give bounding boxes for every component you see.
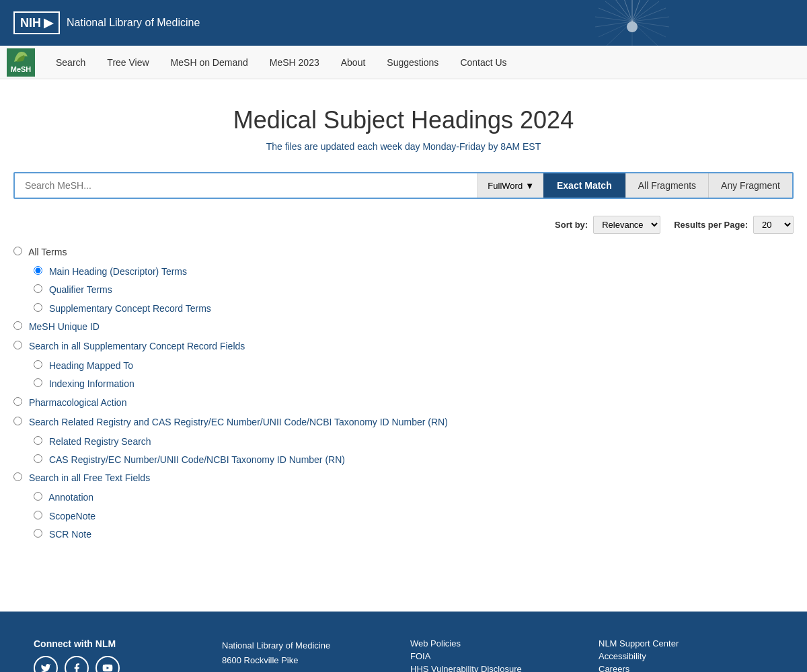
sort-label: Sort by: xyxy=(555,220,588,230)
radio-indexing-information[interactable]: Indexing Information xyxy=(34,376,794,392)
sort-select[interactable]: Relevance Name Year xyxy=(593,216,660,234)
radio-search-registry-input[interactable] xyxy=(13,417,22,425)
radio-scr-note[interactable]: SCR Note xyxy=(34,526,794,543)
nih-logo: NIH ▶ National Library of Medicine xyxy=(13,11,200,34)
radio-mesh-unique-id-input[interactable] xyxy=(13,321,22,330)
radio-cas-registry-label[interactable]: CAS Registry/EC Number/UNII Code/NCBI Ta… xyxy=(49,454,345,465)
radio-search-supplementary-fields[interactable]: Search in all Supplementary Concept Reco… xyxy=(13,338,794,355)
svg-line-17 xyxy=(632,22,659,46)
radio-scr-note-input[interactable] xyxy=(34,529,42,538)
connect-heading: Connect with NLM xyxy=(34,638,208,649)
radio-related-registry-label[interactable]: Related Registry Search xyxy=(49,436,151,447)
radio-main-heading-input[interactable] xyxy=(34,266,42,275)
radio-related-registry-input[interactable] xyxy=(34,436,42,445)
fullword-button[interactable]: FullWord ▼ xyxy=(477,173,543,198)
footer: Connect with NLM National Library of Med… xyxy=(0,612,807,672)
radio-search-registry[interactable]: Search Related Registry and CAS Registry… xyxy=(13,414,794,431)
facebook-icon[interactable] xyxy=(65,656,89,672)
radio-heading-mapped-input[interactable] xyxy=(34,360,42,369)
nav-link-mesh-2023[interactable]: MeSH 2023 xyxy=(259,48,330,77)
nav-link-suggestions[interactable]: Suggestions xyxy=(376,48,449,77)
careers-link[interactable]: Careers xyxy=(599,664,773,672)
radio-supplementary-fields-input[interactable] xyxy=(13,341,22,349)
registry-sub-group: Related Registry Search CAS Registry/EC … xyxy=(34,433,794,468)
nlm-support-link[interactable]: NLM Support Center xyxy=(599,638,773,648)
exact-match-button[interactable]: Exact Match xyxy=(543,173,625,198)
radio-scope-note-input[interactable] xyxy=(34,511,42,519)
radio-annotation[interactable]: Annotation xyxy=(34,489,794,506)
dropdown-arrow-icon: ▼ xyxy=(525,181,534,191)
nav-link-tree-view[interactable]: Tree View xyxy=(96,48,159,77)
nav-item-search[interactable]: Search xyxy=(45,48,96,77)
footer-col-connect: Connect with NLM xyxy=(34,638,208,672)
radio-mesh-unique-id-label[interactable]: MeSH Unique ID xyxy=(29,321,100,332)
radio-free-text-input[interactable] xyxy=(13,472,22,481)
radio-related-registry[interactable]: Related Registry Search xyxy=(34,433,794,450)
radio-heading-mapped[interactable]: Heading Mapped To xyxy=(34,358,794,374)
search-row: FullWord ▼ Exact Match All Fragments Any… xyxy=(13,172,794,199)
radio-cas-registry[interactable]: CAS Registry/EC Number/UNII Code/NCBI Ta… xyxy=(34,452,794,468)
radio-qualifier[interactable]: Qualifier Terms xyxy=(34,282,794,298)
address-line2: 8600 Rockville Pike xyxy=(222,653,397,668)
radio-supplementary-label[interactable]: Supplementary Concept Record Terms xyxy=(49,303,211,314)
radio-supplementary-input[interactable] xyxy=(34,303,42,312)
nav-link-contact[interactable]: Contact Us xyxy=(449,48,517,77)
nav-item-mesh-2023[interactable]: MeSH 2023 xyxy=(259,48,330,77)
radio-scope-note[interactable]: ScopeNote xyxy=(34,508,794,525)
search-input[interactable] xyxy=(15,173,477,198)
radio-cas-registry-input[interactable] xyxy=(34,454,42,463)
any-fragment-button[interactable]: Any Fragment xyxy=(708,173,792,198)
radio-qualifier-input[interactable] xyxy=(34,284,42,293)
radio-search-registry-label[interactable]: Search Related Registry and CAS Registry… xyxy=(29,417,448,427)
twitter-icon[interactable] xyxy=(34,656,58,672)
page-title: Medical Subject Headings 2024 xyxy=(13,106,794,134)
radio-mesh-unique-id[interactable]: MeSH Unique ID xyxy=(13,319,794,335)
radio-supplementary[interactable]: Supplementary Concept Record Terms xyxy=(34,300,794,317)
radio-free-text-label[interactable]: Search in all Free Text Fields xyxy=(29,472,150,483)
social-icons xyxy=(34,656,208,672)
sort-group: Sort by: Relevance Name Year xyxy=(555,216,660,234)
radio-annotation-input[interactable] xyxy=(34,492,42,501)
supplementary-sub-group: Heading Mapped To Indexing Information xyxy=(34,358,794,392)
radio-main-heading-label[interactable]: Main Heading (Descriptor) Terms xyxy=(49,266,187,277)
radio-qualifier-label[interactable]: Qualifier Terms xyxy=(49,284,112,295)
nav-item-about[interactable]: About xyxy=(330,48,377,77)
youtube-icon[interactable] xyxy=(95,656,120,672)
radio-heading-mapped-label[interactable]: Heading Mapped To xyxy=(49,360,133,371)
nav-item-suggestions[interactable]: Suggestions xyxy=(376,48,449,77)
results-label: Results per Page: xyxy=(674,220,748,230)
nav-link-search[interactable]: Search xyxy=(45,48,96,77)
radio-scr-note-label[interactable]: SCR Note xyxy=(49,529,91,540)
nav-link-mesh-on-demand[interactable]: MeSH on Demand xyxy=(160,48,259,77)
radio-scope-note-label[interactable]: ScopeNote xyxy=(49,511,95,521)
nav-link-about[interactable]: About xyxy=(330,48,377,77)
nav-item-mesh-on-demand[interactable]: MeSH on Demand xyxy=(160,48,259,77)
hhs-link[interactable]: HHS Vulnerability Disclosure xyxy=(410,664,585,672)
radio-search-free-text[interactable]: Search in all Free Text Fields xyxy=(13,470,794,487)
nav-item-tree-view[interactable]: Tree View xyxy=(96,48,159,77)
footer-col-support: NLM Support Center Accessibility Careers xyxy=(599,638,773,672)
footer-col-policies: Web Policies FOIA HHS Vulnerability Disc… xyxy=(410,638,585,672)
radio-all-terms[interactable]: All Terms xyxy=(13,244,794,261)
all-fragments-button[interactable]: All Fragments xyxy=(625,173,708,198)
radio-annotation-label[interactable]: Annotation xyxy=(48,492,93,503)
footer-col-address: National Library of Medicine 8600 Rockvi… xyxy=(222,638,397,672)
foia-link[interactable]: FOIA xyxy=(410,651,585,661)
mesh-leaf-icon xyxy=(11,51,31,63)
radio-all-terms-input[interactable] xyxy=(13,247,22,255)
address-line1: National Library of Medicine xyxy=(222,638,397,653)
radio-supplementary-fields-label[interactable]: Search in all Supplementary Concept Reco… xyxy=(29,341,245,351)
nav-links: Search Tree View MeSH on Demand MeSH 202… xyxy=(45,48,518,77)
starburst-decoration xyxy=(592,0,672,46)
radio-indexing-input[interactable] xyxy=(34,378,42,387)
results-select[interactable]: 10 20 50 100 xyxy=(753,216,794,234)
radio-main-heading[interactable]: Main Heading (Descriptor) Terms xyxy=(34,263,794,280)
radio-indexing-label[interactable]: Indexing Information xyxy=(49,378,134,389)
nih-badge: NIH ▶ xyxy=(13,11,60,34)
accessibility-link[interactable]: Accessibility xyxy=(599,651,773,661)
radio-pharmacological-label[interactable]: Pharmacological Action xyxy=(29,397,127,408)
nav-item-contact[interactable]: Contact Us xyxy=(449,48,517,77)
radio-pharmacological-action[interactable]: Pharmacological Action xyxy=(13,394,794,411)
radio-pharmacological-input[interactable] xyxy=(13,397,22,406)
web-policies-link[interactable]: Web Policies xyxy=(410,638,585,648)
